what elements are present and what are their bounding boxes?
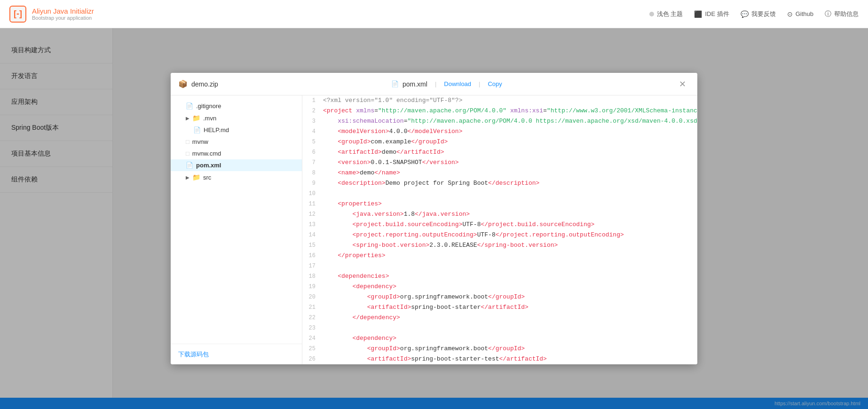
file-icon-helpmd: 📄 [193, 126, 201, 134]
line-number: 8 [302, 168, 321, 178]
line-content: <artifactId>demo</artifactId> [321, 147, 444, 157]
code-line: 15 <spring-boot.version>2.3.0.RELEASE</s… [302, 240, 697, 251]
line-number: 12 [302, 209, 321, 220]
tree-item-gitignore[interactable]: 📄 .gitignore [171, 100, 302, 112]
line-number: 16 [302, 251, 321, 261]
file-icon-pomxml: 📄 [186, 162, 193, 169]
code-line: 9 <description>Demo project for Spring B… [302, 178, 697, 189]
code-line: 19 <dependency> [302, 282, 697, 292]
code-line: 7 <version>0.0.1-SNAPSHOT</version> [302, 157, 697, 168]
logo-text: Aliyun Java Initializr Bootstrap your ap… [32, 7, 94, 21]
code-line: 1<?xml version="1.0" encoding="UTF-8"?> [302, 95, 697, 106]
line-number: 25 [302, 344, 321, 354]
tree-label-mvn: .mvn [203, 115, 216, 122]
preview-modal: 📦 demo.zip 📄 pom.xml | Download | Copy ✕ [171, 73, 697, 364]
help-icon: ⓘ [825, 10, 831, 18]
nav-links: 浅色 主题 ⬛ IDE 插件 💬 我要反馈 ⊙ Github ⓘ 帮助信息 [649, 10, 859, 18]
file-icon-mvnwcmd: □ [186, 150, 189, 157]
modal-header: 📦 demo.zip 📄 pom.xml | Download | Copy ✕ [171, 73, 697, 95]
file-tree-footer: 下载源码包 [171, 344, 302, 364]
line-content: <artifactId>spring-boot-starter-test</ar… [321, 354, 547, 364]
line-content: <version>0.0.1-SNAPSHOT</version> [321, 157, 459, 168]
tree-label-gitignore: .gitignore [196, 102, 221, 110]
divider2: | [479, 80, 480, 87]
line-number: 7 [302, 157, 321, 168]
line-number: 9 [302, 178, 321, 189]
code-line: 6 <artifactId>demo</artifactId> [302, 147, 697, 157]
tree-item-mvn[interactable]: ▶ 📁 .mvn [171, 112, 302, 124]
code-line: 22 </dependency> [302, 313, 697, 323]
copy-link[interactable]: Copy [488, 80, 502, 87]
modal-overlay: 📦 demo.zip 📄 pom.xml | Download | Copy ✕ [0, 28, 868, 409]
line-number: 11 [302, 199, 321, 209]
download-link[interactable]: Download [444, 80, 471, 87]
feedback-icon: 💬 [741, 10, 749, 18]
folder-icon-src: 📁 [192, 173, 200, 181]
line-number: 26 [302, 354, 321, 364]
tree-item-helpmd[interactable]: 📄 HELP.md [171, 124, 302, 136]
tree-item-src[interactable]: ▶ 📁 src [171, 171, 302, 183]
divider1: | [435, 80, 436, 87]
code-line: 18 <dependencies> [302, 271, 697, 282]
chevron-mvn-icon: ▶ [186, 116, 189, 121]
chevron-src-icon: ▶ [186, 175, 189, 180]
theme-label: 浅色 主题 [657, 10, 683, 18]
code-line: 21 <artifactId>spring-boot-starter</arti… [302, 302, 697, 313]
code-line: 23 [302, 323, 697, 333]
line-number: 19 [302, 282, 321, 292]
line-number: 3 [302, 116, 321, 126]
top-navigation: [-] Aliyun Java Initializr Bootstrap you… [0, 0, 868, 28]
tree-label-mvnwcmd: mvnw.cmd [192, 150, 221, 157]
tree-label-src: src [203, 174, 211, 181]
modal-header-left: 📦 demo.zip [178, 79, 218, 88]
ide-plugin-link[interactable]: ⬛ IDE 插件 [694, 10, 729, 18]
line-number: 4 [302, 126, 321, 137]
code-line: 10 [302, 189, 697, 199]
line-content: <groupId>com.example</groupId> [321, 137, 448, 147]
line-content: <project.build.sourceEncoding>UTF-8</pro… [321, 220, 594, 230]
line-number: 15 [302, 240, 321, 251]
line-content: <dependencies> [321, 271, 389, 282]
theme-toggle[interactable]: 浅色 主题 [649, 10, 683, 18]
code-line: 12 <java.version>1.8</java.version> [302, 209, 697, 220]
line-number: 10 [302, 189, 321, 199]
code-line: 25 <groupId>org.springframework.boot</gr… [302, 344, 697, 354]
help-link[interactable]: ⓘ 帮助信息 [825, 10, 859, 18]
file-tree: 📄 .gitignore ▶ 📁 .mvn 📄 HELP.md [171, 95, 302, 364]
close-button[interactable]: ✕ [675, 77, 690, 91]
tree-item-mvnwcmd[interactable]: □ mvnw.cmd [171, 148, 302, 159]
line-number: 24 [302, 333, 321, 344]
line-number: 18 [302, 271, 321, 282]
github-link[interactable]: ⊙ Github [787, 10, 813, 18]
code-line: 2<project xmlns="http://maven.apache.org… [302, 106, 697, 116]
line-content: <groupId>org.springframework.boot</group… [321, 292, 525, 302]
file-tree-items: 📄 .gitignore ▶ 📁 .mvn 📄 HELP.md [171, 95, 302, 344]
file-tab: 📄 pom.xml [391, 80, 427, 88]
code-line: 4 <modelVersion>4.0.0</modelVersion> [302, 126, 697, 137]
line-number: 13 [302, 220, 321, 230]
feedback-link[interactable]: 💬 我要反馈 [741, 10, 776, 18]
download-source-link[interactable]: 下载源码包 [178, 351, 209, 358]
line-content: <project.reporting.outputEncoding>UTF-8<… [321, 230, 624, 240]
zip-icon: 📦 [178, 79, 188, 88]
line-content [321, 323, 323, 333]
tree-item-mvnw[interactable]: □ mvnw [171, 136, 302, 148]
code-line: 16 </properties> [302, 251, 697, 261]
line-content: </dependency> [321, 313, 400, 323]
line-content: <name>demo</name> [321, 168, 400, 178]
line-number: 14 [302, 230, 321, 240]
code-line: 17 [302, 261, 697, 271]
line-content: <description>Demo project for Spring Boo… [321, 178, 539, 189]
line-content: <project xmlns="http://maven.apache.org/… [321, 106, 697, 116]
tree-label-helpmd: HELP.md [204, 126, 229, 134]
code-line: 14 <project.reporting.outputEncoding>UTF… [302, 230, 697, 240]
line-content: <?xml version="1.0" encoding="UTF-8"?> [321, 95, 462, 106]
line-content: <spring-boot.version>2.3.0.RELEASE</spri… [321, 240, 558, 251]
tree-item-pomxml[interactable]: 📄 pom.xml [171, 159, 302, 171]
line-content: <artifactId>spring-boot-starter</artifac… [321, 302, 529, 313]
github-icon: ⊙ [787, 10, 793, 18]
code-line: 8 <name>demo</name> [302, 168, 697, 178]
code-line: 13 <project.build.sourceEncoding>UTF-8</… [302, 220, 697, 230]
help-label: 帮助信息 [834, 10, 859, 18]
line-number: 20 [302, 292, 321, 302]
